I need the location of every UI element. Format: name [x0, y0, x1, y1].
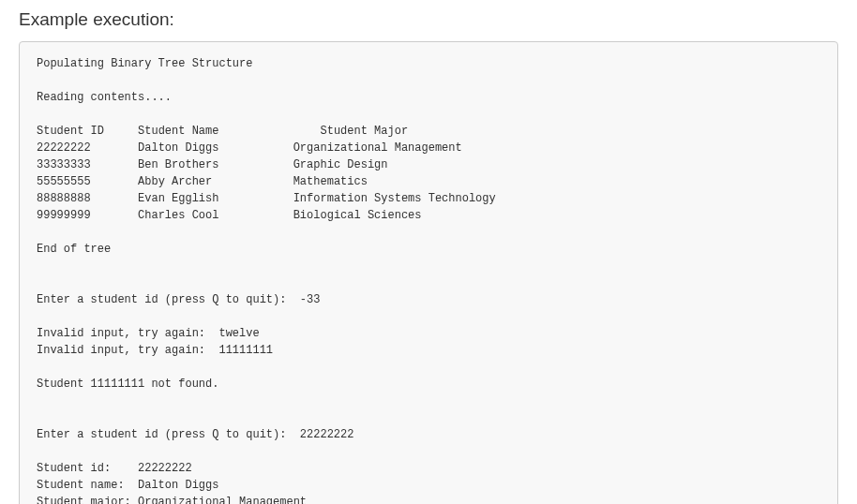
row-major: Graphic Design	[293, 158, 388, 171]
row-name: Dalton Diggs	[138, 141, 218, 155]
row-name: Ben Brothers	[138, 158, 218, 171]
row-id: 33333333	[37, 158, 91, 171]
row-major: Mathematics	[293, 175, 368, 188]
table-header-major: Student Major	[320, 125, 408, 138]
row-name: Evan Egglish	[138, 192, 218, 205]
line-prompt: Enter a student id (press Q to quit): -3…	[37, 293, 320, 306]
line-end-tree: End of tree	[37, 243, 111, 256]
line-populating: Populating Binary Tree Structure	[37, 57, 252, 70]
row-id: 88888888	[37, 192, 91, 205]
row-name: Charles Cool	[138, 209, 218, 222]
row-major: Information Systems Technology	[293, 192, 496, 205]
line-invalid: Invalid input, try again: twelve	[37, 327, 260, 340]
row-id: 22222222	[37, 141, 91, 155]
row-name: Abby Archer	[138, 175, 212, 188]
console-output-block: Populating Binary Tree Structure Reading…	[19, 41, 838, 504]
line-result-id: Student id: 22222222	[37, 462, 192, 475]
row-id: 99999999	[37, 209, 91, 222]
line-invalid: Invalid input, try again: 11111111	[37, 344, 273, 357]
line-result-name: Student name: Dalton Diggs	[37, 479, 218, 492]
table-header-id: Student ID	[37, 125, 104, 138]
line-result-major: Student major: Organizational Management	[37, 496, 307, 504]
table-header-name: Student Name	[138, 125, 218, 138]
section-heading: Example execution:	[19, 9, 838, 30]
line-reading: Reading contents....	[37, 91, 172, 104]
line-notfound: Student 11111111 not found.	[37, 378, 218, 391]
row-major: Biological Sciences	[293, 209, 422, 222]
row-id: 55555555	[37, 175, 91, 188]
row-major: Organizational Management	[293, 141, 462, 155]
line-prompt: Enter a student id (press Q to quit): 22…	[37, 428, 353, 441]
